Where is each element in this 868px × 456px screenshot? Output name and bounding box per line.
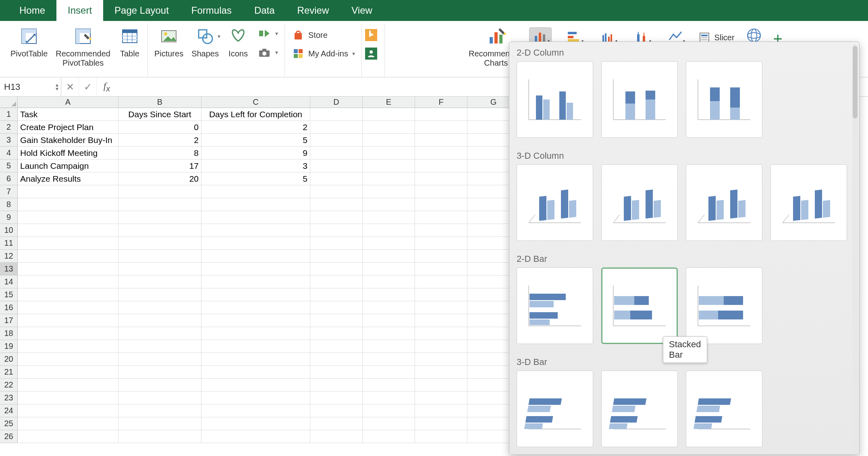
ribbon-tab-home[interactable]: Home (8, 0, 56, 21)
cell-A17[interactable] (18, 314, 118, 327)
column-header-F[interactable]: F (415, 97, 467, 108)
cell-D24[interactable] (310, 404, 363, 417)
cell-F2[interactable] (415, 121, 467, 134)
cell-B8[interactable] (118, 198, 201, 211)
cell-A26[interactable] (18, 430, 118, 443)
cell-F4[interactable] (415, 147, 467, 160)
cell-F10[interactable] (415, 224, 467, 237)
fx-icon[interactable]: fx (97, 81, 117, 93)
cancel-formula-button[interactable]: ✕ (61, 77, 79, 96)
chart-thumb-3d-100-stacked-bar[interactable] (686, 371, 762, 447)
row-header-24[interactable]: 24 (0, 404, 18, 417)
row-header-16[interactable]: 16 (0, 301, 18, 314)
cell-C24[interactable] (201, 404, 310, 417)
cell-B19[interactable] (118, 340, 201, 353)
cell-E4[interactable] (363, 147, 415, 160)
cell-B14[interactable] (118, 276, 201, 288)
cell-E7[interactable] (363, 185, 415, 198)
cell-C11[interactable] (201, 237, 310, 250)
pictures-button[interactable]: Pictures (152, 23, 186, 60)
cell-C5[interactable]: 3 (201, 160, 310, 172)
ribbon-tab-page-layout[interactable]: Page Layout (103, 0, 180, 21)
cell-E11[interactable] (363, 237, 415, 250)
name-box[interactable]: H13 ▴▾ (0, 77, 61, 96)
ribbon-tab-formulas[interactable]: Formulas (180, 0, 243, 21)
people-graph-button[interactable] (362, 46, 380, 61)
cell-B2[interactable]: 0 (118, 121, 201, 134)
cell-C15[interactable] (201, 288, 310, 301)
cell-F7[interactable] (415, 185, 467, 198)
cell-D21[interactable] (310, 366, 363, 379)
cell-B22[interactable] (118, 379, 201, 392)
cell-B4[interactable]: 8 (118, 147, 201, 160)
cell-B18[interactable] (118, 327, 201, 340)
cell-C14[interactable] (201, 276, 310, 288)
cell-E20[interactable] (363, 353, 415, 366)
confirm-formula-button[interactable]: ✓ (79, 77, 97, 96)
cell-A13[interactable] (18, 263, 118, 276)
cell-B3[interactable]: 2 (118, 134, 201, 147)
cell-C9[interactable] (201, 211, 310, 224)
cell-B7[interactable] (118, 185, 201, 198)
cell-A23[interactable] (18, 392, 118, 404)
ribbon-tab-view[interactable]: View (340, 0, 384, 21)
cell-B24[interactable] (118, 404, 201, 417)
cell-D25[interactable] (310, 417, 363, 430)
cell-A7[interactable] (18, 185, 118, 198)
cell-F3[interactable] (415, 134, 467, 147)
cell-F11[interactable] (415, 237, 467, 250)
cell-A15[interactable] (18, 288, 118, 301)
cell-B13[interactable] (118, 263, 201, 276)
row-header-7[interactable]: 7 (0, 185, 18, 198)
ribbon-tab-data[interactable]: Data (243, 0, 286, 21)
cell-C18[interactable] (201, 327, 310, 340)
chart-thumb-clustered-column[interactable] (517, 61, 593, 138)
cell-E3[interactable] (363, 134, 415, 147)
pivottable-button[interactable]: PivotTable (8, 23, 50, 69)
cell-D20[interactable] (310, 353, 363, 366)
chart-thumb-100-stacked-bar[interactable] (686, 267, 762, 344)
cell-A8[interactable] (18, 198, 118, 211)
cell-E8[interactable] (363, 198, 415, 211)
cell-E17[interactable] (363, 314, 415, 327)
my-addins-button[interactable]: My Add-ins ▾ (289, 46, 357, 61)
column-header-D[interactable]: D (310, 97, 363, 108)
cell-C8[interactable] (201, 198, 310, 211)
cell-E15[interactable] (363, 288, 415, 301)
row-header-6[interactable]: 6 (0, 172, 18, 185)
cell-A24[interactable] (18, 404, 118, 417)
cell-E22[interactable] (363, 379, 415, 392)
cell-A20[interactable] (18, 353, 118, 366)
cell-F17[interactable] (415, 314, 467, 327)
cell-C21[interactable] (201, 366, 310, 379)
cell-F25[interactable] (415, 417, 467, 430)
cell-F12[interactable] (415, 250, 467, 263)
row-header-10[interactable]: 10 (0, 224, 18, 237)
cell-C22[interactable] (201, 379, 310, 392)
column-header-A[interactable]: A (18, 97, 118, 108)
cell-A19[interactable] (18, 340, 118, 353)
cell-B10[interactable] (118, 224, 201, 237)
cell-A22[interactable] (18, 379, 118, 392)
screenshot-button[interactable]: ▾ (255, 45, 280, 60)
cell-E12[interactable] (363, 250, 415, 263)
cell-F13[interactable] (415, 263, 467, 276)
cell-A1[interactable]: Task (18, 108, 118, 121)
ribbon-tab-review[interactable]: Review (286, 0, 341, 21)
cell-E16[interactable] (363, 301, 415, 314)
cell-E14[interactable] (363, 276, 415, 288)
chart-thumb-clustered-bar[interactable] (517, 267, 593, 344)
cell-D15[interactable] (310, 288, 363, 301)
cell-C16[interactable] (201, 301, 310, 314)
panel-scrollbar[interactable] (852, 44, 858, 452)
cell-F22[interactable] (415, 379, 467, 392)
smartart-button[interactable]: ▾ (255, 26, 280, 41)
cell-A10[interactable] (18, 224, 118, 237)
cell-D5[interactable] (310, 160, 363, 172)
row-header-14[interactable]: 14 (0, 276, 18, 288)
cell-A6[interactable]: Analyze Results (18, 172, 118, 185)
chart-thumb-3d-column[interactable] (770, 164, 847, 241)
cell-B12[interactable] (118, 250, 201, 263)
row-header-21[interactable]: 21 (0, 366, 18, 379)
cell-E2[interactable] (363, 121, 415, 134)
